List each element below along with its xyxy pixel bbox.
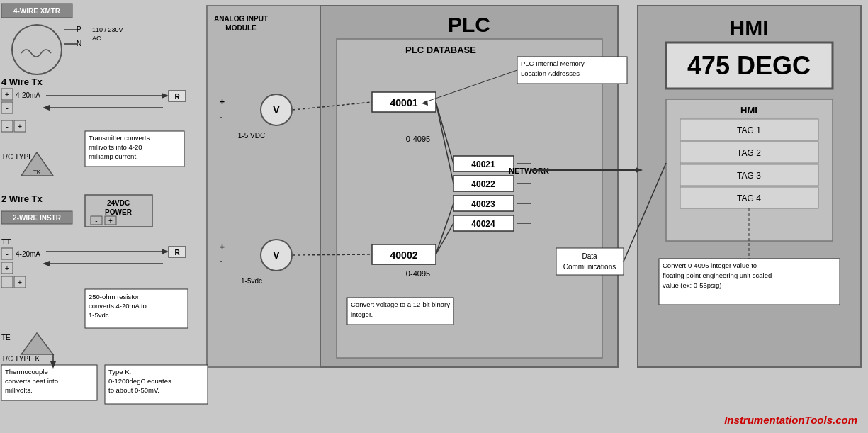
svg-text:+: + — [108, 217, 113, 225]
svg-text:250-ohm resistor: 250-ohm resistor — [89, 293, 139, 300]
svg-text:40001: 40001 — [390, 97, 418, 108]
svg-text:4-WIRE XMTR: 4-WIRE XMTR — [13, 7, 61, 15]
svg-text:Transmitter converts: Transmitter converts — [89, 134, 150, 142]
svg-text:MODULE: MODULE — [225, 24, 257, 32]
svg-text:110 / 230V: 110 / 230V — [92, 26, 123, 33]
svg-text:R: R — [174, 93, 180, 101]
svg-text:Location Addresses: Location Addresses — [521, 69, 580, 77]
svg-text:V: V — [273, 104, 280, 116]
svg-text:-: - — [95, 217, 97, 225]
svg-text:InstrumentationTools.com: InstrumentationTools.com — [724, 414, 857, 426]
svg-text:40021: 40021 — [471, 159, 495, 169]
svg-text:1-5vdc: 1-5vdc — [241, 277, 262, 285]
svg-text:Communications: Communications — [563, 263, 616, 271]
svg-text:N: N — [77, 40, 81, 47]
svg-text:TE: TE — [1, 334, 11, 342]
svg-text:HMI: HMI — [740, 105, 757, 116]
svg-text:-: - — [6, 103, 9, 112]
svg-text:V: V — [273, 249, 280, 261]
svg-text:ANALOG INPUT: ANALOG INPUT — [214, 15, 268, 23]
svg-text:TAG 3: TAG 3 — [737, 171, 761, 181]
svg-text:+: + — [18, 122, 22, 130]
svg-text:converts heat into: converts heat into — [5, 377, 58, 385]
svg-text:Data: Data — [582, 252, 597, 260]
svg-text:millivolts into 4-20: millivolts into 4-20 — [89, 143, 142, 151]
svg-text:40022: 40022 — [471, 179, 495, 189]
svg-text:TAG 2: TAG 2 — [737, 148, 761, 158]
svg-text:TAG 1: TAG 1 — [737, 125, 761, 135]
svg-text:PLC: PLC — [448, 13, 490, 36]
svg-text:-: - — [6, 122, 9, 130]
svg-point-81 — [12, 25, 62, 74]
svg-text:1-5 VDC: 1-5 VDC — [238, 132, 265, 140]
svg-rect-1 — [207, 6, 320, 367]
svg-text:40002: 40002 — [390, 249, 418, 261]
svg-text:HMI: HMI — [730, 16, 769, 40]
svg-text:POWER: POWER — [105, 208, 133, 216]
svg-text:TT: TT — [1, 237, 11, 246]
svg-text:4 Wire Tx: 4 Wire Tx — [1, 77, 43, 87]
svg-text:+: + — [220, 242, 225, 252]
svg-text:TAG 4: TAG 4 — [737, 193, 761, 203]
svg-text:millivolts.: millivolts. — [5, 386, 33, 394]
svg-text:1-5vdc.: 1-5vdc. — [89, 311, 111, 319]
svg-text:converts 4-20mA to: converts 4-20mA to — [89, 302, 147, 310]
svg-text:T/C TYPE K: T/C TYPE K — [1, 355, 40, 363]
svg-text:value (ex: 0-55psig): value (ex: 0-55psig) — [663, 281, 721, 289]
svg-text:+: + — [220, 97, 225, 107]
svg-text:+: + — [5, 264, 9, 272]
svg-text:PLC Internal Memory: PLC Internal Memory — [521, 60, 585, 67]
svg-text:Convert 0-4095 integer value  : Convert 0-4095 integer value to — [663, 262, 757, 269]
svg-text:R: R — [174, 249, 180, 257]
svg-text:4-20mA: 4-20mA — [16, 250, 40, 258]
svg-text:4-20mA: 4-20mA — [16, 91, 40, 99]
main-diagram: ANALOG INPUT MODULE PLC PLC DATABASE HMI… — [0, 0, 868, 433]
svg-text:-: - — [220, 113, 222, 123]
svg-text:Thermocouple: Thermocouple — [5, 368, 48, 376]
svg-text:+: + — [18, 278, 22, 286]
svg-text:to about 0-50mV.: to about 0-50mV. — [108, 386, 159, 394]
svg-text:AC: AC — [92, 35, 101, 42]
svg-text:P: P — [77, 26, 81, 33]
svg-text:0-1200degC equates: 0-1200degC equates — [108, 377, 171, 385]
svg-text:integer.: integer. — [351, 310, 373, 318]
svg-text:475 DEGC: 475 DEGC — [687, 51, 811, 80]
svg-text:24VDC: 24VDC — [107, 199, 130, 207]
svg-text:+: + — [5, 90, 9, 99]
svg-text:PLC DATABASE: PLC DATABASE — [405, 45, 476, 55]
svg-text:-: - — [220, 257, 222, 266]
svg-text:-: - — [6, 249, 9, 258]
svg-text:-: - — [6, 278, 9, 286]
svg-text:2-WIRE INSTR: 2-WIRE INSTR — [13, 214, 62, 222]
diagram-svg: ANALOG INPUT MODULE PLC PLC DATABASE HMI… — [0, 0, 868, 433]
svg-text:40024: 40024 — [471, 219, 495, 229]
svg-text:milliamp current.: milliamp current. — [89, 152, 138, 160]
svg-text:floating point engineering uni: floating point engineering unit scaled — [663, 271, 772, 279]
svg-text:0-4095: 0-4095 — [406, 135, 430, 143]
svg-text:40023: 40023 — [471, 199, 495, 209]
svg-text:Convert voltage to a 12-bit bi: Convert voltage to a 12-bit binary — [351, 300, 450, 308]
svg-text:TK: TK — [33, 169, 41, 175]
svg-text:0-4095: 0-4095 — [406, 269, 430, 278]
svg-text:2 Wire Tx: 2 Wire Tx — [1, 193, 43, 204]
svg-text:Type K:: Type K: — [108, 368, 131, 376]
